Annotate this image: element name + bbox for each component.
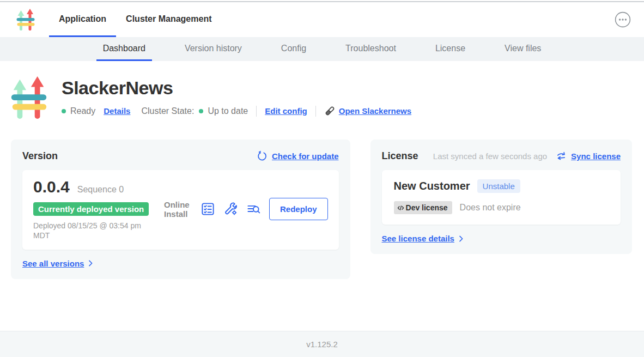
open-app-link-group[interactable]: Open Slackernews	[324, 105, 411, 117]
app-header: SlackerNews Ready Details Cluster State:…	[11, 75, 632, 120]
divider	[315, 106, 316, 117]
license-type-row: Dev license Does not expire	[394, 201, 609, 214]
see-license-details-group[interactable]: See license details	[382, 234, 621, 243]
customer-row: New Customer Unstable	[394, 179, 609, 193]
app-status-dot	[62, 109, 66, 113]
overflow-menu-button[interactable]	[615, 11, 631, 28]
sync-license-link[interactable]: Sync license	[571, 152, 621, 161]
sequence-label: Sequence 0	[77, 185, 124, 195]
preflight-checks-button[interactable]	[201, 202, 215, 216]
see-license-details-link[interactable]: See license details	[382, 234, 454, 243]
config-wrench-icon	[223, 202, 238, 216]
version-card-title: Version	[22, 150, 58, 162]
open-app-link[interactable]: Open Slackernews	[339, 106, 411, 116]
top-navbar: Application Cluster Management	[0, 2, 644, 37]
ellipsis-circle-icon	[615, 11, 631, 28]
tab-application[interactable]: Application	[49, 2, 116, 37]
install-type-label: Online Install	[164, 200, 192, 219]
chain-link-icon	[324, 105, 336, 117]
app-subnav: Dashboard Version history Config Trouble…	[0, 37, 644, 61]
subnav-tab-version-history[interactable]: Version history	[178, 37, 248, 61]
app-title-block: SlackerNews Ready Details Cluster State:…	[62, 75, 411, 120]
subnav-tab-view-files[interactable]: View files	[498, 37, 548, 61]
deployed-status-badge: Currently deployed version	[33, 202, 149, 216]
subnav-tab-config[interactable]: Config	[275, 37, 313, 61]
dashboard-content: SlackerNews Ready Details Cluster State:…	[0, 61, 644, 331]
divider	[256, 106, 257, 117]
license-expiration: Does not expire	[460, 203, 521, 213]
version-number-row: 0.0.4 Sequence 0	[33, 178, 160, 196]
redeploy-button[interactable]: Redeploy	[269, 198, 328, 220]
view-diff-button[interactable]	[246, 202, 261, 216]
slackernews-logo-icon	[16, 8, 35, 31]
see-all-versions-group[interactable]: See all versions	[22, 259, 339, 268]
view-diff-icon	[246, 202, 261, 216]
version-card-header: Version Check for update	[22, 150, 339, 162]
dev-license-badge-label: Dev license	[406, 203, 448, 212]
dashboard-cards: Version Check for update 0.0.4 Sequence	[11, 140, 632, 279]
license-card: License Last synced a few seconds ago Sy…	[370, 140, 632, 254]
code-icon	[397, 204, 405, 212]
slackernews-app-icon	[11, 75, 47, 120]
check-for-update-group[interactable]: Check for update	[256, 150, 339, 162]
license-card-title: License	[382, 150, 418, 162]
version-card: Version Check for update 0.0.4 Sequence	[11, 140, 350, 279]
console-footer: v1.125.2	[0, 331, 644, 357]
license-panel: New Customer Unstable Dev license	[382, 170, 621, 225]
refresh-icon	[256, 150, 268, 162]
subnav-tab-troubleshoot[interactable]: Troubleshoot	[339, 37, 403, 61]
chevron-right-icon	[457, 234, 465, 243]
current-version-panel: 0.0.4 Sequence 0 Currently deployed vers…	[22, 170, 339, 250]
subnav-tab-dashboard[interactable]: Dashboard	[96, 37, 152, 61]
version-actions: Online Install	[164, 198, 328, 220]
cluster-state-label: Cluster State:	[141, 106, 194, 116]
tab-cluster-management[interactable]: Cluster Management	[116, 2, 221, 37]
app-status-row: Ready Details Cluster State: Up to date …	[62, 105, 411, 117]
view-config-button[interactable]	[223, 202, 238, 216]
version-info: 0.0.4 Sequence 0 Currently deployed vers…	[33, 178, 160, 241]
customer-name: New Customer	[394, 180, 470, 192]
check-for-update-link[interactable]: Check for update	[272, 152, 339, 161]
cluster-state-dot	[199, 109, 203, 113]
app-icon	[11, 75, 47, 120]
license-card-header: License Last synced a few seconds ago Sy…	[382, 150, 621, 162]
chevron-right-icon	[86, 259, 95, 268]
preflight-checks-icon	[201, 202, 215, 216]
app-status-text: Ready	[70, 106, 95, 116]
admin-console-page: Application Cluster Management Dashboard…	[0, 0, 644, 357]
main-tabs: Application Cluster Management	[49, 2, 221, 37]
sync-arrows-icon	[556, 151, 567, 162]
console-version: v1.125.2	[306, 340, 338, 349]
page-title: SlackerNews	[62, 77, 411, 99]
deployed-timestamp: Deployed 08/15/25 @ 03:54 pm MDT	[33, 221, 152, 241]
last-synced-text: Last synced a few seconds ago	[433, 152, 547, 161]
edit-config-link[interactable]: Edit config	[265, 106, 307, 116]
version-number: 0.0.4	[33, 178, 70, 196]
channel-badge: Unstable	[477, 179, 520, 193]
navbar-logo	[16, 8, 35, 31]
see-all-versions-link[interactable]: See all versions	[22, 259, 84, 268]
subnav-tab-license[interactable]: License	[429, 37, 472, 61]
dev-license-badge: Dev license	[394, 201, 452, 214]
details-link[interactable]: Details	[104, 106, 130, 116]
cluster-state-value: Up to date	[208, 106, 248, 116]
